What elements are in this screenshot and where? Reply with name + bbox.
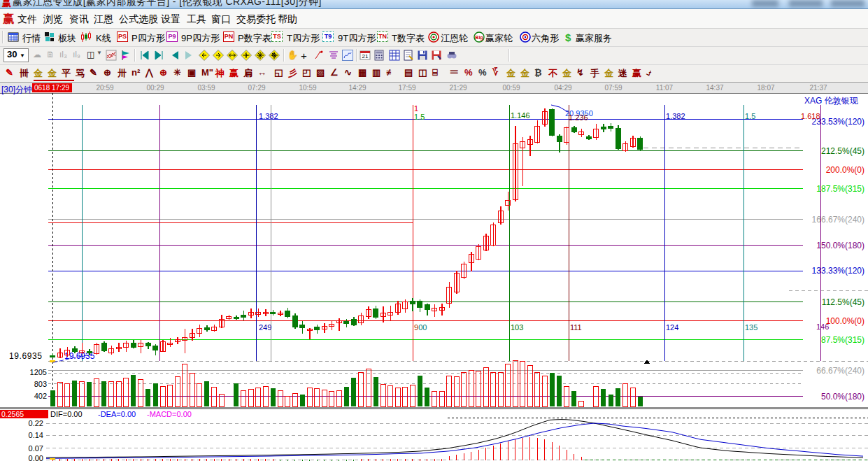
svg-text:1205: 1205	[30, 368, 47, 376]
svg-text:10:59: 10:59	[299, 84, 316, 92]
svg-text:04:29: 04:29	[554, 84, 571, 92]
svg-text:-MACD=0.00: -MACD=0.00	[147, 410, 192, 418]
svg-text:Big: Big	[475, 35, 483, 41]
svg-text:-DEA=0.00: -DEA=0.00	[98, 410, 136, 418]
svg-text:18:07: 18:07	[757, 84, 774, 92]
svg-text:0.07: 0.07	[29, 444, 43, 453]
svg-text:XAG 伦敦银现: XAG 伦敦银现	[804, 96, 859, 106]
svg-text:402: 402	[34, 392, 47, 400]
svg-text:187.5%(315): 187.5%(315)	[816, 184, 865, 194]
svg-text:112.5%(45): 112.5%(45)	[822, 297, 865, 307]
svg-text:20:59: 20:59	[96, 84, 113, 92]
svg-text:14:37: 14:37	[706, 84, 723, 92]
svg-text:00:59: 00:59	[502, 84, 520, 92]
svg-text:150.0%(180): 150.0%(180)	[816, 241, 865, 250]
svg-text:19.6935: 19.6935	[9, 351, 43, 361]
svg-text:0.22: 0.22	[29, 419, 43, 427]
svg-text:124: 124	[666, 323, 678, 332]
svg-text:21:29: 21:29	[449, 84, 467, 92]
svg-text:21:37: 21:37	[809, 84, 827, 92]
svg-text:87.5%(315): 87.5%(315)	[821, 335, 865, 345]
svg-text:0.00: 0.00	[29, 454, 43, 461]
svg-text:212.5%(45): 212.5%(45)	[821, 146, 865, 156]
svg-text:21: 21	[362, 53, 369, 59]
svg-text:1.382: 1.382	[666, 112, 685, 120]
svg-text:[30]分钟: [30]分钟	[1, 85, 32, 94]
svg-text:133.33%(120): 133.33%(120)	[812, 266, 865, 276]
svg-text:1.618: 1.618	[801, 112, 820, 120]
svg-text:DIF=0.00: DIF=0.00	[50, 410, 83, 418]
svg-text:1.5: 1.5	[745, 112, 755, 120]
svg-text:03:59: 03:59	[197, 84, 215, 92]
svg-text:1: 1	[414, 104, 418, 113]
svg-text:249: 249	[259, 323, 271, 332]
svg-text:07:59: 07:59	[604, 84, 622, 92]
svg-text:00:29: 00:29	[146, 84, 164, 92]
svg-text:900: 900	[414, 323, 427, 332]
svg-text:11:07: 11:07	[656, 84, 674, 92]
svg-text:66.67%(240): 66.67%(240)	[816, 366, 865, 376]
svg-text:0.14: 0.14	[29, 431, 43, 439]
svg-text:0618 17:29: 0618 17:29	[34, 84, 69, 92]
svg-text:1.146: 1.146	[511, 111, 530, 120]
svg-text:50.0%(180): 50.0%(180)	[821, 392, 865, 402]
svg-text:14:29: 14:29	[348, 84, 366, 92]
svg-text:803: 803	[34, 380, 47, 388]
svg-text:1.5: 1.5	[414, 113, 425, 121]
svg-text:200.0%(0): 200.0%(0)	[826, 165, 865, 175]
svg-text:111: 111	[570, 323, 582, 332]
svg-text:103: 103	[511, 323, 523, 332]
svg-text:166.67%(240): 166.67%(240)	[812, 215, 865, 225]
svg-text:07:29: 07:29	[248, 84, 265, 92]
svg-text:1.382: 1.382	[259, 112, 278, 120]
svg-text:100.0%(0): 100.0%(0)	[826, 316, 865, 326]
svg-text:0.2565: 0.2565	[1, 410, 24, 418]
svg-text:146: 146	[816, 322, 829, 331]
svg-text:135: 135	[745, 323, 757, 332]
svg-text:17:59: 17:59	[398, 84, 415, 92]
svg-text:1.236: 1.236	[569, 113, 588, 122]
